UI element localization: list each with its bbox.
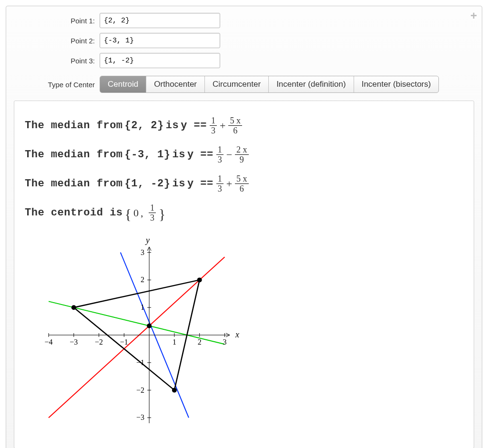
fraction: 5 x6	[228, 116, 242, 135]
fraction: 13	[216, 145, 224, 164]
label-centertype: Type of Center	[14, 81, 100, 89]
text: The median from	[25, 149, 123, 161]
median-line-2: The median from {-3, 1} is y == 13 − 2 x…	[25, 145, 463, 164]
svg-text:1: 1	[173, 338, 176, 346]
point: {1, -2}	[125, 178, 171, 190]
tab-centroid[interactable]: Centroid	[100, 76, 146, 92]
svg-text:−3: −3	[136, 413, 144, 421]
centroid-y: 13	[149, 204, 156, 222]
fraction: 5 x6	[235, 174, 249, 193]
expand-controls-icon[interactable]: +	[470, 10, 477, 21]
centroid-line: The centroid is { 0 , 13 }	[25, 204, 463, 222]
input-point1[interactable]	[100, 13, 220, 28]
lhs: y ==	[181, 120, 207, 132]
text: The centroid is	[25, 207, 123, 219]
label-point2: Point 2:	[14, 37, 100, 45]
median-line-1: The median from {2, 2} is y == 13 + 5 x6	[25, 116, 463, 135]
tab-orthocenter[interactable]: Orthocenter	[146, 76, 205, 92]
svg-text:2: 2	[198, 338, 202, 346]
manipulate-panel: + Point 1: Point 2: Point 3: Type of Cen…	[6, 6, 482, 448]
row-point1: Point 1:	[14, 13, 474, 28]
svg-point-37	[147, 324, 152, 328]
fraction: 2 x9	[235, 145, 249, 164]
tab-circumcenter[interactable]: Circumcenter	[205, 76, 269, 92]
lhs: y ==	[187, 178, 214, 190]
svg-text:−3: −3	[70, 338, 78, 346]
median-line-3: The median from {1, -2} is y == 13 + 5 x…	[25, 174, 463, 193]
label-point1: Point 1:	[14, 17, 100, 25]
row-centertype: Type of Center Centroid Orthocenter Circ…	[14, 76, 474, 93]
fraction: 13	[216, 174, 224, 193]
lhs: y ==	[187, 149, 214, 161]
svg-text:−1: −1	[120, 338, 128, 346]
text: The median from	[25, 178, 123, 190]
op: +	[220, 120, 225, 132]
svg-text:1: 1	[141, 303, 144, 311]
svg-text:3: 3	[223, 338, 226, 346]
svg-point-36	[172, 388, 177, 393]
text: is	[172, 178, 185, 190]
setterbar-centertype: Centroid Orthocenter Circumcenter Incent…	[100, 76, 439, 93]
svg-text:−2: −2	[136, 386, 144, 394]
svg-point-35	[71, 305, 76, 310]
input-point3[interactable]	[100, 53, 220, 68]
label-point3: Point 3:	[14, 57, 100, 65]
text: The median from	[25, 120, 123, 132]
op: −	[226, 149, 232, 161]
svg-text:−2: −2	[95, 338, 103, 346]
text: is	[172, 149, 185, 161]
tab-incenter-bisectors[interactable]: Incenter (bisectors)	[354, 76, 439, 92]
chart: −4−3−2−1123−3−2−1123xy	[25, 233, 463, 438]
svg-point-34	[197, 277, 202, 282]
tab-incenter-definition[interactable]: Incenter (definition)	[269, 76, 354, 92]
row-point3: Point 3:	[14, 53, 474, 68]
point: {-3, 1}	[125, 149, 171, 161]
fraction: 13	[210, 116, 217, 135]
svg-text:2: 2	[141, 275, 144, 284]
svg-text:−4: −4	[44, 338, 52, 346]
op: +	[226, 178, 232, 190]
comma: ,	[141, 207, 146, 219]
svg-text:3: 3	[141, 248, 144, 256]
text: is	[166, 120, 179, 132]
row-point2: Point 2:	[14, 33, 474, 48]
svg-text:y: y	[145, 235, 150, 245]
svg-text:x: x	[235, 330, 239, 339]
point: {2, 2}	[125, 120, 164, 132]
triangle-plot: −4−3−2−1123−3−2−1123xy	[25, 233, 244, 438]
centroid-x: 0	[133, 207, 139, 219]
output-pane: The median from {2, 2} is y == 13 + 5 x6…	[14, 101, 474, 448]
input-point2[interactable]	[100, 33, 220, 48]
